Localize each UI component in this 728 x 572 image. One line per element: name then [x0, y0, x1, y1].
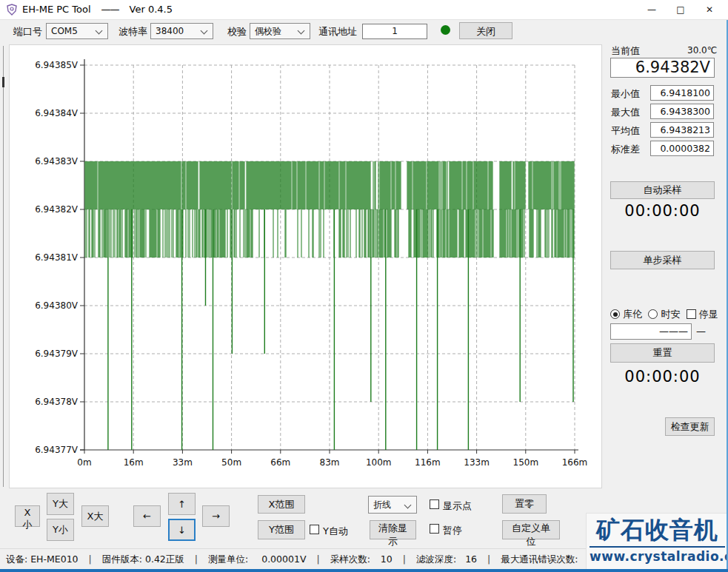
reset-timer: 00:00:00 [610, 368, 715, 386]
line-style-select[interactable]: 折线 [368, 496, 417, 514]
auto-sample-button[interactable]: 自动采样 [610, 181, 715, 199]
svg-text:6.94382V: 6.94382V [35, 204, 79, 215]
port-value: COM5 [51, 26, 78, 36]
svg-text:6.94378V: 6.94378V [35, 397, 79, 407]
svg-text:116m: 116m [415, 457, 441, 468]
filter-depth-label: 滤波深度: [416, 554, 456, 565]
zero-button[interactable]: 置零 [502, 494, 547, 514]
x-range-button[interactable]: X范围 [258, 495, 305, 514]
firmware-value: 0.42正版 [145, 554, 184, 565]
svg-text:83m: 83m [320, 457, 340, 468]
watermark-url: www.crystalradio.cn [590, 546, 725, 565]
check-update-button[interactable]: 检查更新 [665, 417, 715, 436]
coulomb-unit-suffix: — [696, 326, 706, 337]
y-grow-button[interactable]: Y大 [47, 493, 74, 515]
title-dash: —— [101, 4, 119, 15]
reset-button[interactable]: 重置 [610, 343, 715, 363]
app-version: Ver 0.4.5 [130, 4, 173, 15]
samples-label: 采样次数: [330, 554, 370, 565]
chevron-down-icon [96, 27, 103, 35]
svg-text:66m: 66m [270, 457, 290, 468]
separator: | [487, 554, 490, 565]
svg-text:150m: 150m [513, 457, 539, 468]
current-value-label: 当前值 [611, 44, 640, 58]
maximize-button[interactable]: □ [668, 0, 693, 20]
device-label: 设备: [6, 554, 27, 565]
stddev-value: 0.0000382 [650, 141, 714, 156]
y-range-button[interactable]: Y范围 [258, 520, 305, 539]
window-title: EH-ME PC Tool——Ver 0.4.5 [22, 4, 173, 15]
address-label: 通讯地址 [318, 25, 357, 38]
voltage-chart: 6.94385V6.94384V6.94383V6.94382V6.94381V… [9, 44, 602, 488]
show-points-checkbox[interactable] [430, 499, 439, 509]
parity-select[interactable]: 偶校验 [250, 23, 310, 39]
pan-left-button[interactable]: ← [133, 505, 161, 527]
pan-right-button[interactable]: → [202, 505, 230, 527]
separator: | [403, 554, 406, 565]
svg-text:6.94381V: 6.94381V [35, 252, 79, 263]
pause-label: 暂停 [443, 524, 462, 537]
baud-select[interactable]: 38400 [150, 23, 213, 39]
unit-value: 0.00001V [261, 554, 306, 565]
chevron-down-icon [404, 502, 412, 509]
x-grow-button[interactable]: X大 [81, 505, 109, 527]
svg-text:100m: 100m [366, 457, 392, 468]
x-shrink-button[interactable]: X小 [15, 505, 40, 527]
splitter-divider[interactable] [3, 46, 4, 487]
amphour-radio-label: 时安 [661, 309, 680, 320]
clear-display-button[interactable]: 清除显示 [370, 520, 416, 539]
svg-text:6.94377V: 6.94377V [35, 445, 79, 455]
min-label: 最小值 [611, 87, 640, 101]
line-style-value: 折线 [373, 499, 391, 510]
address-input[interactable]: 1 [362, 24, 427, 39]
temperature-readout: 30.0℃ [687, 45, 715, 55]
disconnect-button[interactable]: 关闭 [459, 22, 512, 39]
min-value: 6.9418100 [650, 85, 714, 101]
svg-text:6.94385V: 6.94385V [35, 60, 79, 70]
close-window-button[interactable]: ✕ [697, 0, 722, 20]
svg-text:16m: 16m [124, 457, 144, 468]
svg-text:6.94380V: 6.94380V [35, 300, 79, 311]
pan-up-button[interactable]: ↑ [168, 493, 196, 515]
samples-value: 10 [381, 554, 393, 565]
stddev-label: 标准差 [611, 143, 640, 156]
titlebar: EH-ME PC Tool——Ver 0.4.5 — □ ✕ [0, 0, 728, 20]
separator: | [89, 554, 92, 565]
connection-status-dot [441, 25, 450, 35]
chevron-down-icon [201, 27, 208, 35]
y-auto-checkbox[interactable] [310, 525, 319, 534]
y-shrink-button[interactable]: Y小 [47, 519, 74, 541]
svg-text:6.94384V: 6.94384V [35, 108, 79, 118]
coulomb-value-input[interactable]: ——— [610, 323, 692, 340]
show-points-label: 显示点 [443, 499, 472, 513]
app-window: EH-ME PC Tool——Ver 0.4.5 — □ ✕ 端口号 COM5 … [0, 0, 728, 572]
custom-unit-button[interactable]: 自定义单位 [502, 520, 560, 539]
separator: | [316, 554, 319, 565]
y-auto-label: Y自动 [323, 525, 348, 538]
single-sample-button[interactable]: 单步采样 [610, 251, 715, 269]
connection-toolbar: 端口号 COM5 波特率 38400 校验 偶校验 通讯地址 1 [0, 21, 728, 41]
baud-label: 波特率 [118, 25, 147, 38]
svg-text:0m: 0m [77, 457, 91, 468]
pan-down-button[interactable]: ↓ [168, 519, 196, 541]
mode-selector-row: 库伦 时安 停显 [610, 308, 718, 321]
minimize-button[interactable]: — [639, 0, 664, 20]
coulomb-radio-label: 库伦 [623, 309, 642, 320]
stop-display-checkbox[interactable] [687, 309, 696, 319]
coulomb-radio[interactable] [610, 309, 620, 319]
port-select[interactable]: COM5 [46, 23, 108, 39]
max-error-label: 最大通讯错误次数: [501, 554, 578, 565]
parity-value: 偶校验 [255, 26, 281, 36]
unit-label: 测量单位: [208, 554, 248, 565]
port-label: 端口号 [13, 25, 42, 38]
max-label: 最大值 [611, 106, 640, 119]
svg-text:33m: 33m [173, 457, 193, 468]
splitter-handle[interactable] [2, 77, 4, 87]
pause-checkbox[interactable] [430, 524, 439, 534]
svg-text:6.94379V: 6.94379V [35, 349, 79, 359]
parity-label: 校验 [227, 25, 247, 38]
device-value: EH-ME010 [30, 554, 78, 565]
svg-text:6.94383V: 6.94383V [35, 156, 79, 166]
amphour-radio[interactable] [648, 309, 658, 319]
svg-text:166m: 166m [562, 457, 588, 468]
